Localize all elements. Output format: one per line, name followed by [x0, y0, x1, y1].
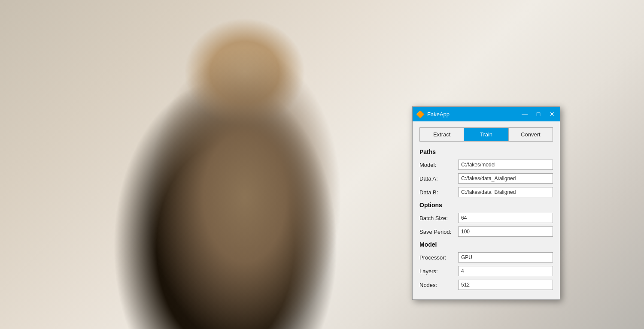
paths-header: Paths: [419, 148, 553, 155]
model-input[interactable]: [458, 160, 553, 170]
data-b-row: Data B:: [419, 187, 553, 197]
app-window: 🔶 FakeApp — □ ✕ Extract Train Convert Pa…: [412, 106, 560, 300]
window-controls: — □ ✕: [520, 111, 556, 117]
data-a-label: Data A:: [419, 175, 458, 182]
model-label: Model:: [419, 162, 458, 168]
close-button[interactable]: ✕: [548, 111, 556, 117]
save-period-row: Save Period:: [419, 226, 553, 237]
layers-input[interactable]: [458, 266, 553, 276]
title-bar: 🔶 FakeApp — □ ✕: [413, 107, 560, 121]
data-a-input[interactable]: [458, 173, 553, 184]
batch-size-label: Batch Size:: [419, 215, 458, 221]
model-row: Model:: [419, 160, 553, 170]
minimize-button[interactable]: —: [520, 111, 529, 117]
layers-row: Layers:: [419, 266, 553, 276]
window-title: FakeApp: [427, 111, 520, 118]
batch-size-input[interactable]: [458, 213, 553, 223]
model-section-header: Model: [419, 241, 553, 248]
save-period-label: Save Period:: [419, 229, 458, 235]
maximize-button[interactable]: □: [534, 111, 543, 117]
nodes-input[interactable]: [458, 280, 553, 290]
nodes-row: Nodes:: [419, 280, 553, 290]
tab-train[interactable]: Train: [464, 128, 508, 141]
processor-input[interactable]: [458, 252, 553, 263]
content-area: Extract Train Convert Paths Model: Data …: [413, 121, 560, 299]
options-header: Options: [419, 202, 553, 208]
data-b-input[interactable]: [458, 187, 553, 197]
tab-bar: Extract Train Convert: [419, 127, 553, 142]
data-a-row: Data A:: [419, 173, 553, 184]
processor-row: Processor:: [419, 252, 553, 263]
tab-convert[interactable]: Convert: [509, 128, 553, 141]
processor-label: Processor:: [419, 254, 458, 261]
tab-extract[interactable]: Extract: [420, 128, 464, 141]
save-period-input[interactable]: [458, 226, 553, 237]
data-b-label: Data B:: [419, 189, 458, 196]
nodes-label: Nodes:: [419, 282, 458, 288]
batch-size-row: Batch Size:: [419, 213, 553, 223]
app-icon: 🔶: [416, 110, 425, 118]
layers-label: Layers:: [419, 268, 458, 275]
